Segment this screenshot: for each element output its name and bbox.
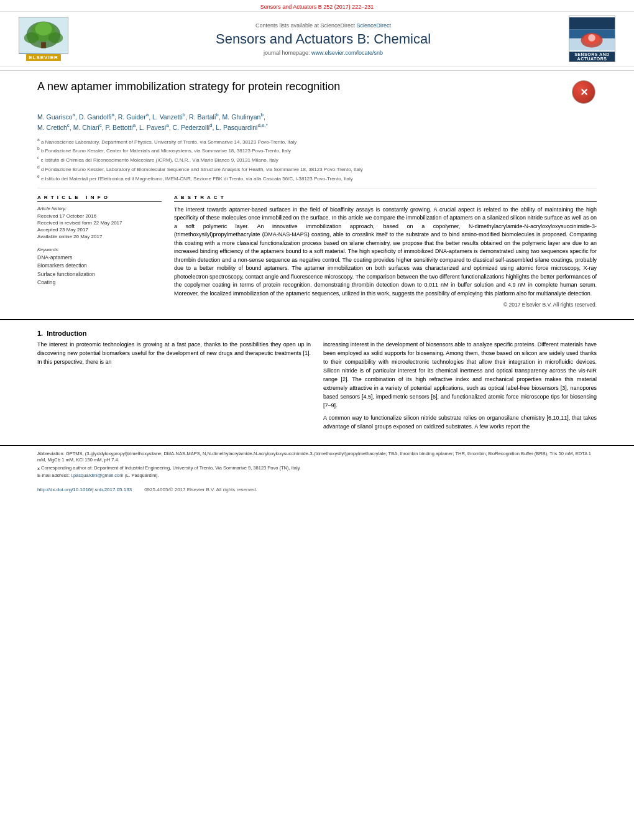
crossmark-badge[interactable]: ✕	[572, 80, 597, 105]
elsevier-image	[19, 17, 68, 54]
sciencedirect-text: Contents lists available at ScienceDirec…	[255, 22, 355, 29]
keyword-3: Surface functionalization	[37, 270, 162, 279]
section-1-title: 1. Introduction	[37, 330, 597, 337]
email-label: E-mail address:	[37, 473, 70, 478]
sensors-actuators-logo: SENSORS AND ACTUATORS	[569, 16, 615, 62]
elsevier-tree-svg	[19, 17, 68, 53]
section-title-text: Introduction	[47, 330, 86, 337]
revised-date: Received in revised form 22 May 2017	[37, 219, 162, 226]
article-title: A new aptamer immobilization strategy fo…	[37, 80, 572, 93]
svg-rect-4	[41, 42, 46, 48]
svg-point-5	[24, 32, 39, 44]
corresponding-label: ⁎ Corresponding author at: Department of…	[37, 465, 301, 471]
journal-banner: ELSEVIER Contents lists available at Sci…	[0, 11, 634, 67]
info-abstract-columns: A R T I C L E I N F O Article history: R…	[37, 195, 597, 308]
affiliation-e: e e Istituto dei Materiali per l'Elettro…	[37, 173, 597, 182]
issn-text: 0925-4005/© 2017 Elsevier B.V. All right…	[144, 487, 257, 492]
elsevier-badge: ELSEVIER	[26, 54, 61, 61]
svg-rect-8	[569, 17, 615, 29]
sciencedirect-link[interactable]: ScienceDirect	[357, 22, 392, 29]
affiliation-a: a a Nanoscience Laboratory, Department o…	[37, 137, 597, 145]
received-date: Received 17 October 2016	[37, 213, 162, 219]
page: Sensors and Actuators B 252 (2017) 222–2…	[0, 0, 634, 840]
body-content: 1. Introduction The interest in proteomi…	[0, 319, 634, 441]
affiliation-d: d d Fondazione Bruno Kessler, Laboratory…	[37, 164, 597, 173]
article-metadata: A new aptamer immobilization strategy fo…	[0, 71, 634, 314]
sensors-logo-container: SENSORS AND ACTUATORS	[553, 16, 615, 62]
email-footnote: E-mail address: l.pasquardini@gmail.com …	[37, 473, 597, 479]
elsevier-logo: ELSEVIER	[19, 17, 68, 61]
abstract-text: The interest towards aptamer-based surfa…	[174, 206, 597, 298]
footnotes: Abbreviation: GPTMS, (3-glycidyloxypropy…	[0, 445, 634, 484]
abbreviation-footnote: Abbreviation: GPTMS, (3-glycidyloxypropy…	[37, 451, 597, 464]
intro-text-right: increasing interest in the development o…	[323, 341, 597, 431]
keyword-4: Coating	[37, 279, 162, 287]
article-info-column: A R T I C L E I N F O Article history: R…	[37, 195, 162, 308]
keywords-section: Keywords: DNA-aptamers Biomarkers detect…	[37, 247, 162, 287]
svg-point-13	[588, 34, 595, 42]
footer-links: http://dx.doi.org/10.1016/j.snb.2017.05.…	[0, 484, 634, 495]
sensors-logo-text: SENSORS AND ACTUATORS	[569, 52, 615, 62]
accepted-date: Accepted 23 May 2017	[37, 226, 162, 233]
intro-text-left: The interest in proteomic technologies i…	[37, 341, 311, 367]
journal-info-center: Contents lists available at ScienceDirec…	[93, 22, 553, 56]
copyright: © 2017 Elsevier B.V. All rights reserved…	[174, 302, 597, 308]
affiliations: a a Nanoscience Laboratory, Department o…	[37, 137, 597, 188]
homepage-label: journal homepage:	[264, 50, 310, 56]
keyword-2: Biomarkers detection	[37, 262, 162, 270]
affiliation-c: c c Istituto di Chimica del Riconoscimen…	[37, 155, 597, 164]
doi-link[interactable]: http://dx.doi.org/10.1016/j.snb.2017.05.…	[37, 487, 132, 492]
article-info-header: A R T I C L E I N F O	[37, 195, 162, 202]
article-history: Article history: Received 17 October 201…	[37, 206, 162, 241]
keywords-label: Keywords:	[37, 247, 162, 252]
contents-link: Contents lists available at ScienceDirec…	[93, 22, 553, 29]
journal-title: Sensors and Actuators B: Chemical	[93, 31, 553, 47]
svg-point-3	[35, 22, 52, 35]
article-history-label: Article history:	[37, 206, 162, 211]
journal-homepage: journal homepage: www.elsevier.com/locat…	[93, 50, 553, 56]
email-link[interactable]: l.pasquardini@gmail.com	[71, 473, 123, 478]
sensors-logo-image	[569, 16, 615, 52]
elsevier-logo-container: ELSEVIER	[19, 17, 93, 61]
article-title-row: A new aptamer immobilization strategy fo…	[37, 80, 597, 105]
journal-header: Sensors and Actuators B 252 (2017) 222–2…	[0, 0, 634, 71]
available-date: Available online 26 May 2017	[37, 233, 162, 240]
homepage-link[interactable]: www.elsevier.com/locate/snb	[311, 50, 383, 56]
crossmark-icon: ✕	[580, 86, 588, 98]
body-right-col: increasing interest in the development o…	[323, 341, 597, 435]
affiliation-b: b b Fondazione Bruno Kessler, Center for…	[37, 145, 597, 154]
keywords-list: DNA-aptamers Biomarkers detection Surfac…	[37, 254, 162, 287]
corresponding-footnote: ⁎ Corresponding author at: Department of…	[37, 465, 597, 472]
authors-line: M. Guariscoa, D. Gandolfia, R. Guidera, …	[37, 111, 597, 133]
email-note: (L. Pasquardini).	[125, 473, 159, 478]
citation-bar: Sensors and Actuators B 252 (2017) 222–2…	[0, 0, 634, 11]
abbreviation-text: GPTMS, (3-glycidyloxypropyl)trimethoxysi…	[37, 451, 591, 463]
citation-text: Sensors and Actuators B 252 (2017) 222–2…	[260, 4, 374, 10]
body-left-col: The interest in proteomic technologies i…	[37, 341, 311, 435]
abbreviation-label: Abbreviation:	[37, 451, 65, 456]
abstract-column: A B S T R A C T The interest towards apt…	[174, 195, 597, 308]
crossmark-circle: ✕	[572, 80, 595, 104]
abstract-header: A B S T R A C T	[174, 195, 597, 202]
sensors-logo-svg	[569, 17, 615, 51]
keyword-1: DNA-aptamers	[37, 254, 162, 262]
svg-point-6	[48, 32, 63, 44]
body-two-columns: The interest in proteomic technologies i…	[37, 341, 597, 435]
section-number: 1.	[37, 330, 43, 337]
